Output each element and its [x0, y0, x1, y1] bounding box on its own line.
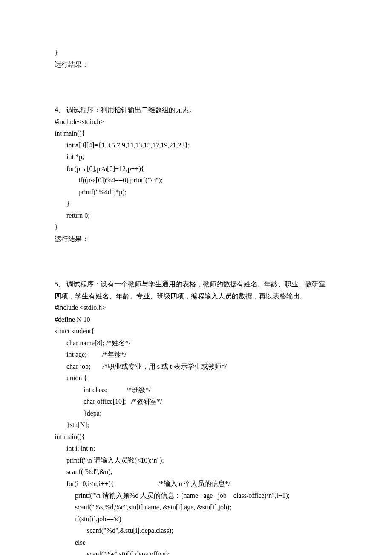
- code-line: }: [55, 47, 337, 59]
- code-line: printf("\n 请输入第%d 人员的信息：(name age job cl…: [55, 490, 337, 502]
- code-line: char job; /*职业或专业，用 s 或 t 表示学生或教师*/: [55, 361, 337, 373]
- code-line: int main(){: [55, 127, 337, 139]
- code-line: printf("%4d",*p);: [55, 186, 337, 198]
- code-line: #include<stdio.h>: [55, 116, 337, 128]
- code-line: #include <stdio.h>: [55, 302, 337, 314]
- spacer: [55, 70, 337, 104]
- code-line: int i; int n;: [55, 442, 337, 454]
- code-line: else: [55, 537, 337, 549]
- code-line: int *p;: [55, 151, 337, 163]
- document-page: } 运行结果： 4、 调试程序：利用指针输出二维数组的元素。 #include<…: [0, 0, 392, 555]
- code-line: }stu[N];: [55, 419, 337, 431]
- code-line: int main(){: [55, 431, 337, 443]
- spacer: [55, 245, 337, 278]
- heading-line: 4、 调试程序：利用指针输出二维数组的元素。: [55, 104, 337, 116]
- code-line: if(stu[i].job=='s'): [55, 513, 337, 525]
- code-line: char name[8]; /*姓名*/: [55, 337, 337, 349]
- heading-line: 四项，学生有姓名、年龄、专业、班级四项，编程输入人员的数据，再以表格输出。: [55, 290, 337, 302]
- code-line: union {: [55, 372, 337, 384]
- code-line: scanf("%s",stu[i].depa.office);: [55, 548, 337, 555]
- code-line: int a[3][4]={1,3,5,7,9,11,13,15,17,19,21…: [55, 139, 337, 151]
- code-line: scanf("%s,%d,%c",stu[i].name, &stu[i].ag…: [55, 501, 337, 513]
- text-line: 运行结果：: [55, 59, 337, 71]
- heading-line: 5、 调试程序：设有一个教师与学生通用的表格，教师的数据有姓名、年龄、职业、教研…: [55, 278, 337, 290]
- code-line: for(p=a[0];p<a[0]+12;p++){: [55, 163, 337, 175]
- text-line: 运行结果：: [55, 233, 337, 245]
- code-line: int age; /*年龄*/: [55, 349, 337, 361]
- code-line: #define N 10: [55, 314, 337, 326]
- code-line: struct student{: [55, 325, 337, 337]
- code-line: printf("\n 请输入人员数(<10):\n");: [55, 454, 337, 466]
- code-line: }depa;: [55, 408, 337, 419]
- code-line: for(i=0;i<n;i++){ /*输入 n 个人员的信息*/: [55, 478, 337, 490]
- code-line: }: [55, 221, 337, 233]
- code-line: scanf("%d",&stu[i].depa.class);: [55, 525, 337, 537]
- code-line: if((p-a[0])%4==0) printf("\n");: [55, 174, 337, 186]
- code-line: int class; /*班级*/: [55, 384, 337, 396]
- code-line: char office[10]; /*教研室*/: [55, 396, 337, 408]
- code-line: }: [55, 198, 337, 210]
- code-line: scanf("%d",&n);: [55, 466, 337, 478]
- code-line: return 0;: [55, 210, 337, 222]
